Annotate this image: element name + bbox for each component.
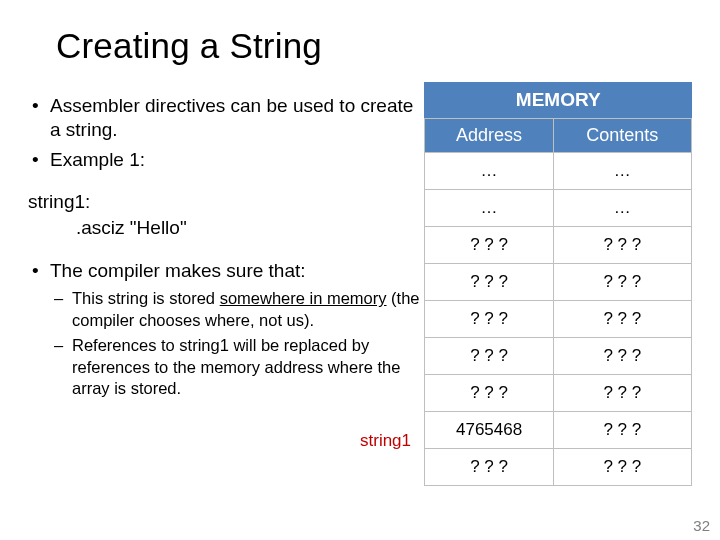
code-line: .asciz "Hello" — [76, 215, 424, 241]
cell-contents: ? ? ? — [553, 227, 691, 264]
cell-contents: ? ? ? — [553, 412, 691, 449]
table-row: ? ? ?? ? ? — [425, 301, 692, 338]
bullet-text: The compiler makes sure that: — [50, 260, 306, 281]
page-number: 32 — [693, 517, 710, 534]
sub-bullet-item: This string is stored somewhere in memor… — [50, 288, 424, 331]
cell-address: ? ? ? — [425, 338, 553, 375]
sub-text-pre: References to string1 will be replaced b… — [72, 336, 400, 397]
header-address: Address — [425, 119, 553, 153]
code-line: string1: — [28, 189, 424, 215]
bullet-item: Assembler directives can be used to crea… — [28, 94, 424, 142]
cell-address: ? ? ? — [425, 375, 553, 412]
table-row: ? ? ?? ? ? — [425, 264, 692, 301]
sub-bullet-list: This string is stored somewhere in memor… — [50, 288, 424, 399]
table-row: …… — [425, 190, 692, 227]
main-content: Assembler directives can be used to crea… — [28, 82, 692, 486]
bullet-item: Example 1: — [28, 148, 424, 172]
right-column: MEMORY Address Contents …… …… ? ? ?? ? ?… — [424, 82, 692, 486]
bullet-list-2: The compiler makes sure that: This strin… — [28, 259, 424, 400]
cell-contents: ? ? ? — [553, 264, 691, 301]
cell-address: … — [425, 190, 553, 227]
cell-address: ? ? ? — [425, 264, 553, 301]
sub-text-underline: somewhere in memory — [220, 289, 387, 307]
cell-address: … — [425, 153, 553, 190]
code-example: string1: .asciz "Hello" — [28, 189, 424, 240]
left-column: Assembler directives can be used to crea… — [28, 82, 424, 486]
table-row: ? ? ?? ? ? — [425, 449, 692, 486]
cell-contents: ? ? ? — [553, 449, 691, 486]
cell-contents: ? ? ? — [553, 375, 691, 412]
cell-contents: … — [553, 190, 691, 227]
table-row: …… — [425, 153, 692, 190]
table-row: ? ? ?? ? ? — [425, 338, 692, 375]
string1-pointer-label: string1 — [360, 431, 411, 451]
sub-text-pre: This string is stored — [72, 289, 220, 307]
slide: Creating a String Assembler directives c… — [0, 0, 720, 540]
cell-contents: … — [553, 153, 691, 190]
table-row: ? ? ?? ? ? — [425, 375, 692, 412]
cell-address: ? ? ? — [425, 449, 553, 486]
memory-table: Address Contents …… …… ? ? ?? ? ? ? ? ??… — [424, 118, 692, 486]
sub-bullet-item: References to string1 will be replaced b… — [50, 335, 424, 399]
cell-address: 4765468 — [425, 412, 553, 449]
cell-address: ? ? ? — [425, 227, 553, 264]
table-header-row: Address Contents — [425, 119, 692, 153]
cell-contents: ? ? ? — [553, 301, 691, 338]
memory-caption: MEMORY — [424, 82, 692, 118]
bullet-list-1: Assembler directives can be used to crea… — [28, 94, 424, 171]
cell-contents: ? ? ? — [553, 338, 691, 375]
cell-address: ? ? ? — [425, 301, 553, 338]
table-row: 4765468? ? ? — [425, 412, 692, 449]
header-contents: Contents — [553, 119, 691, 153]
bullet-item: The compiler makes sure that: This strin… — [28, 259, 424, 400]
table-row: ? ? ?? ? ? — [425, 227, 692, 264]
slide-title: Creating a String — [56, 26, 692, 66]
